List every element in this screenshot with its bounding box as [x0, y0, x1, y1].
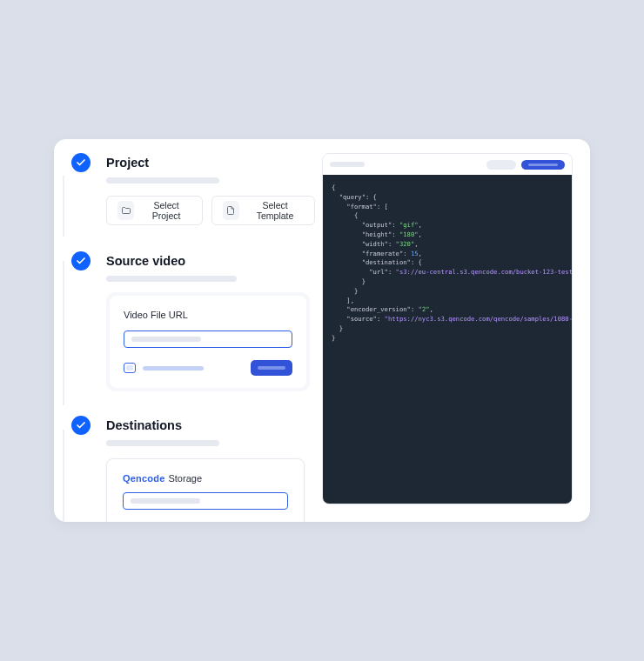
- video-url-input[interactable]: [124, 330, 292, 348]
- step-check-icon: [71, 153, 91, 172]
- code-tab-placeholder: [330, 162, 365, 167]
- destination-card: QencodeStorage: [106, 458, 305, 522]
- input-placeholder: [131, 337, 201, 342]
- step-subtitle-placeholder: [106, 177, 219, 184]
- text-placeholder: [143, 366, 204, 371]
- source-secondary-row: [124, 360, 292, 376]
- project-buttons: Select Project Select Template: [106, 196, 315, 225]
- card-title: Video File URL: [124, 310, 292, 320]
- code-action-secondary[interactable]: [486, 160, 516, 170]
- step-subtitle-placeholder: [106, 276, 237, 282]
- source-card-wrapper: Video File URL: [106, 292, 310, 391]
- step-connector: [63, 261, 64, 405]
- step-source-video: Source video Video File URL: [71, 251, 315, 391]
- main-panel: Project Select Project Select Template: [54, 139, 590, 522]
- select-template-button[interactable]: Select Template: [211, 196, 315, 225]
- add-source-button[interactable]: [251, 360, 292, 376]
- file-icon: [223, 201, 239, 220]
- folder-icon: [117, 201, 134, 220]
- storage-label: Storage: [168, 473, 202, 484]
- steps-column: Project Select Project Select Template: [54, 153, 315, 522]
- step-subtitle-placeholder: [106, 440, 219, 446]
- step-destinations: Destinations QencodeStorage: [71, 416, 315, 522]
- storage-icon: [124, 363, 136, 373]
- select-project-button[interactable]: Select Project: [106, 196, 203, 225]
- brand-name: Qencode: [123, 473, 164, 484]
- code-body: { "query": { "format": [ { "output": "gi…: [323, 175, 572, 504]
- code-content: { "query": { "format": [ { "output": "gi…: [332, 184, 563, 344]
- code-action-primary[interactable]: [521, 160, 565, 170]
- destination-input[interactable]: [123, 492, 288, 510]
- step-check-icon: [71, 251, 91, 270]
- step-title: Destinations: [106, 416, 315, 435]
- step-connector: [63, 176, 64, 237]
- input-placeholder: [131, 498, 200, 504]
- button-label: Select Template: [246, 200, 304, 221]
- step-check-icon: [71, 416, 91, 435]
- step-connector: [63, 430, 64, 522]
- step-title: Source video: [106, 251, 315, 270]
- storage-title: QencodeStorage: [123, 473, 288, 484]
- step-title: Project: [106, 153, 315, 172]
- code-panel-header: [323, 154, 572, 175]
- button-label: Select Project: [141, 200, 191, 221]
- step-project: Project Select Project Select Template: [71, 153, 315, 225]
- code-panel: { "query": { "format": [ { "output": "gi…: [322, 153, 573, 504]
- source-card: Video File URL: [110, 296, 306, 388]
